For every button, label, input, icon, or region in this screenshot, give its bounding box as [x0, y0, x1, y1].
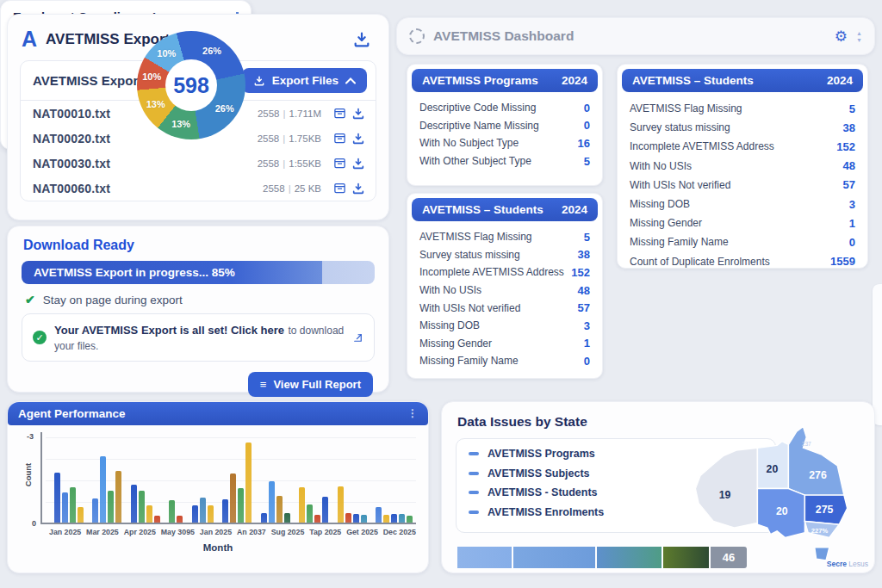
stat-label: Survey status missing — [630, 121, 730, 133]
stat-row: Missing Family Name0 — [618, 232, 867, 251]
download-file-icon[interactable] — [351, 157, 365, 170]
stat-label: With Other Subject Type — [419, 155, 531, 167]
bar[interactable] — [108, 491, 114, 523]
dash-marker-icon — [469, 511, 479, 514]
dash-marker-icon — [469, 491, 479, 494]
stat-label: Missing DOB — [630, 198, 690, 210]
bar[interactable] — [230, 473, 236, 523]
x-axis-title: Month — [8, 542, 428, 553]
stat-label: Descriptive Code Missing — [419, 102, 536, 114]
stat-row: Count of Duplicate Enrolments1559 — [618, 252, 867, 269]
bar[interactable] — [62, 492, 68, 523]
download-file-icon[interactable] — [351, 107, 365, 121]
export-files-button[interactable]: Export Files — [242, 68, 367, 93]
students-card-right: AVETMISS – Students 2024 AVETMISS Flag M… — [617, 64, 868, 269]
bar[interactable] — [92, 498, 98, 523]
stat-label: Missing DOB — [419, 319, 480, 331]
x-tick-label: Tap 2025 — [309, 528, 341, 536]
stat-row: Incomplete AVETMISS Address152 — [618, 137, 867, 156]
scale-segment — [457, 547, 512, 568]
bar[interactable] — [200, 498, 206, 523]
stat-value: 0 — [584, 102, 590, 115]
stat-value: 1 — [584, 337, 590, 350]
students-card-mid-year: 2024 — [562, 203, 587, 216]
bar[interactable] — [192, 505, 198, 523]
progress-fill: AVETMISS Export in progress... 85% — [22, 261, 322, 284]
bar[interactable] — [307, 504, 313, 524]
bar[interactable] — [54, 473, 60, 523]
svg-text:237: 237 — [802, 441, 811, 447]
stat-label: With No USIs — [630, 160, 692, 172]
separator: | — [285, 183, 295, 194]
settings-gear-icon[interactable]: ⚙ — [835, 28, 848, 46]
map-watermark: Secre Lesus — [827, 560, 868, 568]
file-row: NAT00060.txt2558|25 KB — [21, 176, 376, 201]
stat-value: 1 — [849, 217, 855, 230]
bar-chart[interactable]: -3 0 Count — [46, 437, 416, 523]
slice-percent-label: 13% — [171, 119, 190, 129]
compliance-donut-chart[interactable]: 598 26%26%13%13%10%10% — [137, 31, 245, 139]
map-region-tas — [815, 548, 829, 560]
bar[interactable] — [299, 487, 305, 523]
dash-marker-icon — [469, 472, 479, 475]
stat-value: 152 — [836, 140, 855, 153]
students-card-mid-header: AVETMISS – Students 2024 — [412, 198, 598, 221]
australia-map[interactable]: 19 20 20 276 237 275 227% Secre Lesus — [686, 422, 873, 573]
bar[interactable] — [70, 487, 76, 523]
stat-label: With USIs Not verified — [630, 179, 730, 191]
bar[interactable] — [276, 496, 283, 523]
header-download-icon[interactable] — [352, 30, 371, 49]
bar-group — [92, 437, 121, 523]
bar[interactable] — [322, 497, 328, 523]
bar-group — [338, 437, 367, 523]
view-full-report-button[interactable]: ≡ View Full Report — [248, 372, 373, 397]
stat-label: Missing Gender — [630, 217, 702, 229]
bar[interactable] — [131, 485, 137, 523]
bar-group — [54, 437, 84, 523]
bar[interactable] — [139, 491, 145, 523]
download-file-icon[interactable] — [351, 182, 365, 195]
x-tick-label: An 2037 — [237, 528, 266, 536]
app-logo: A — [22, 28, 37, 50]
kebab-menu-icon[interactable]: ⋮ — [407, 407, 418, 420]
x-tick-label: Get 2025 — [346, 528, 378, 536]
download-alert[interactable]: ✓ Your AVETMISS Export is all set! Click… — [22, 313, 375, 362]
bar[interactable] — [100, 456, 106, 523]
x-tick-label: May 3095 — [161, 528, 195, 536]
stat-label: With No USIs — [419, 284, 481, 296]
map-region-qld — [788, 427, 843, 496]
bar[interactable] — [115, 471, 121, 523]
stat-row: With USIs Not verified57 — [618, 176, 867, 195]
file-icon — [333, 182, 346, 195]
sort-arrows-icon[interactable]: ▲▼ — [856, 30, 862, 43]
agent-performance-header: Agent Performance ⋮ — [8, 402, 428, 425]
file-records: 2558 — [263, 183, 285, 194]
separator: | — [279, 133, 289, 144]
y-tick-top: -3 — [27, 432, 34, 441]
bar[interactable] — [222, 499, 228, 523]
download-icon — [253, 75, 265, 87]
bar[interactable] — [169, 500, 175, 524]
bar[interactable] — [245, 443, 252, 523]
bar[interactable] — [338, 486, 344, 523]
bar-group — [169, 437, 183, 523]
menu-lines-icon: ≡ — [260, 378, 267, 391]
file-name: NAT00060.txt — [33, 182, 263, 195]
stat-value: 57 — [578, 301, 590, 314]
bar[interactable] — [208, 505, 214, 523]
bar[interactable] — [238, 488, 244, 523]
progress-label: AVETMISS Export in progress... 85% — [22, 266, 235, 279]
stat-label: With No Subject Type — [419, 137, 519, 149]
bar[interactable] — [146, 505, 152, 523]
bar[interactable] — [269, 481, 275, 523]
stat-value: 1559 — [830, 255, 855, 268]
x-tick-label: Dec 2025 — [383, 528, 416, 536]
slice-percent-label: 10% — [142, 71, 161, 82]
external-link-icon[interactable] — [352, 331, 363, 344]
download-file-icon[interactable] — [351, 132, 365, 145]
slice-percent-label: 26% — [202, 46, 221, 56]
alert-strong-text: Your AVETMISS Export is all set! Click h… — [54, 324, 284, 337]
bar[interactable] — [376, 507, 382, 523]
stat-value: 16 — [578, 137, 590, 150]
bar[interactable] — [78, 507, 84, 523]
